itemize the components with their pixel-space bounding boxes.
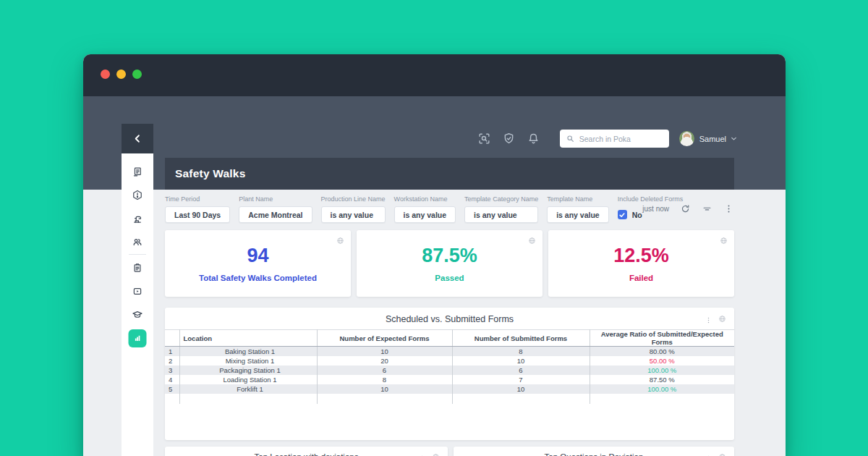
filter-value-button[interactable]: is any value xyxy=(547,206,609,223)
table-row: 5 Forklift 1 10 10 100.00 % xyxy=(165,384,734,394)
minimize-window-button[interactable] xyxy=(116,69,126,79)
column-header-ratio[interactable]: Average Ratio of Submitted/Expected Form… xyxy=(590,330,734,347)
panel-actions xyxy=(418,452,441,456)
refresh-icon[interactable] xyxy=(680,203,691,214)
kpi-label: Failed xyxy=(629,274,653,282)
table-row: 4 Loading Station 1 8 7 87.50 % xyxy=(165,375,734,384)
cell-submitted: 7 xyxy=(452,375,590,384)
kpi-card-passed: 87.5% Passed xyxy=(357,230,542,297)
row-index: 1 xyxy=(165,347,179,357)
filter-label: Workstation Name xyxy=(394,195,456,203)
sidebar-item-analytics-active[interactable] xyxy=(129,329,147,347)
cell-ratio: 100.00 % xyxy=(590,366,734,375)
row-index: 5 xyxy=(165,384,179,394)
cell-ratio: 87.50 % xyxy=(590,375,734,384)
filter-time-period: Time Period Last 90 Days xyxy=(165,195,230,223)
table-header-row: Location Number of Expected Forms Number… xyxy=(165,330,734,347)
filter-label: Plant Name xyxy=(239,195,312,203)
globe-icon[interactable] xyxy=(718,313,727,323)
cell-submitted: 8 xyxy=(452,347,590,357)
filter-plant-name: Plant Name Acme Montreal xyxy=(239,195,312,223)
zoom-window-button[interactable] xyxy=(132,69,142,79)
globe-icon[interactable] xyxy=(718,452,727,456)
sidebar-item-videos[interactable] xyxy=(132,285,144,297)
machine-icon xyxy=(132,213,144,225)
browser-titlebar xyxy=(83,54,786,96)
traffic-lights xyxy=(101,69,142,79)
chevron-left-icon xyxy=(132,132,144,145)
scheduled-vs-submitted-panel: Scheduled vs. Submitted Forms Location N… xyxy=(165,308,734,440)
column-header-expected[interactable]: Number of Expected Forms xyxy=(317,330,452,347)
kpi-value: 87.5% xyxy=(422,245,477,267)
sidebar-item-news-feed[interactable] xyxy=(132,166,144,178)
filter-label: Template Name xyxy=(547,195,609,203)
filter-template-category: Template Category Name is any value xyxy=(464,195,538,223)
kebab-menu-icon[interactable] xyxy=(705,452,712,456)
cell-expected: 20 xyxy=(317,356,452,366)
kpi-value: 12.5% xyxy=(613,245,669,267)
panel-title: Top Questions in Deviation xyxy=(454,447,734,456)
sidebar-item-training[interactable] xyxy=(132,308,144,321)
kpi-card-failed: 12.5% Failed xyxy=(548,230,734,297)
sidebar-collapse-button[interactable] xyxy=(122,124,153,153)
notifications-bell-icon[interactable] xyxy=(527,132,540,145)
graduation-cap-icon xyxy=(132,308,144,321)
kebab-menu-icon[interactable] xyxy=(418,452,426,456)
shield-check-icon[interactable] xyxy=(502,132,516,145)
column-header-submitted[interactable]: Number of Submitted Forms xyxy=(452,330,590,347)
filter-template-name: Template Name is any value xyxy=(547,195,609,223)
check-icon xyxy=(618,211,626,219)
top-locations-panel: Top Location with deviations xyxy=(165,447,448,456)
sidebar-divider xyxy=(129,254,146,255)
filter-icon[interactable] xyxy=(702,203,712,214)
kebab-menu-icon[interactable] xyxy=(705,314,712,322)
alert-hexagon-icon xyxy=(132,189,144,201)
filter-value-button[interactable]: Last 90 Days xyxy=(165,206,230,223)
deleted-forms-checkbox[interactable] xyxy=(618,210,627,219)
clipboard-icon xyxy=(132,262,144,274)
sidebar xyxy=(122,124,153,456)
filter-label: Production Line Name xyxy=(321,195,386,203)
cell-ratio: 80.00 % xyxy=(590,347,734,357)
chevron-down-icon xyxy=(730,135,738,143)
scan-search-icon[interactable] xyxy=(477,132,491,145)
cell-expected: 10 xyxy=(317,347,452,357)
table-row: 1 Baking Station 1 10 8 80.00 % xyxy=(165,347,734,357)
cell-location: Packaging Station 1 xyxy=(179,366,317,375)
dashboard-toolbar: just now xyxy=(642,203,734,214)
sidebar-item-machines[interactable] xyxy=(132,213,144,225)
close-window-button[interactable] xyxy=(101,69,110,79)
filter-value-button[interactable]: is any value xyxy=(394,206,456,223)
cell-expected: 6 xyxy=(317,366,452,375)
filter-label: Include Deleted Forms xyxy=(618,195,684,203)
page-title-bar: Safety Walks xyxy=(165,158,734,190)
filter-value-button[interactable]: is any value xyxy=(321,206,386,223)
sidebar-item-forms[interactable] xyxy=(132,262,144,274)
globe-icon[interactable] xyxy=(336,235,345,245)
cell-ratio: 50.00 % xyxy=(590,356,734,366)
table-row: 2 Mixing Station 1 20 10 50.00 % xyxy=(165,356,734,366)
filter-value-button[interactable]: Acme Montreal xyxy=(239,206,312,223)
table-spacer-row xyxy=(165,394,734,404)
page-title: Safety Walks xyxy=(175,167,245,180)
sidebar-item-alerts[interactable] xyxy=(132,189,144,201)
globe-icon[interactable] xyxy=(431,452,441,456)
globe-icon[interactable] xyxy=(719,235,728,245)
filter-value-button[interactable]: is any value xyxy=(464,206,538,223)
cell-expected: 10 xyxy=(317,384,452,394)
browser-window: Samuel xyxy=(83,54,786,456)
kpi-label: Total Safety Walks Completed xyxy=(199,274,317,282)
forms-table: Location Number of Expected Forms Number… xyxy=(165,329,734,404)
user-menu[interactable]: Samuel xyxy=(679,131,738,146)
avatar xyxy=(679,131,694,146)
cell-location: Baking Station 1 xyxy=(179,347,317,357)
column-header-location[interactable]: Location xyxy=(179,330,317,347)
app-header: Samuel xyxy=(467,130,738,148)
sidebar-item-people[interactable] xyxy=(132,236,144,248)
kebab-menu-icon[interactable] xyxy=(723,203,734,214)
last-updated-text: just now xyxy=(642,205,669,213)
globe-icon[interactable] xyxy=(527,235,537,245)
search-input[interactable] xyxy=(579,135,663,143)
filter-label: Template Category Name xyxy=(464,195,538,203)
news-feed-icon xyxy=(132,166,144,178)
